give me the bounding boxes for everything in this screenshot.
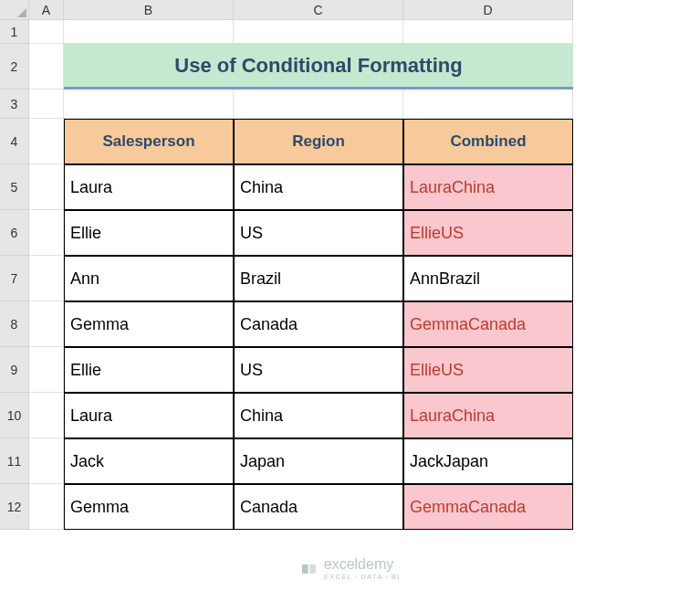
cell-a5[interactable] xyxy=(29,164,64,210)
cell-combined-7[interactable]: AnnBrazil xyxy=(403,256,573,301)
cell-a12[interactable] xyxy=(29,484,64,530)
title-cell[interactable]: Use of Conditional Formatting xyxy=(64,44,573,90)
cell-salesperson-10[interactable]: Laura xyxy=(64,393,234,438)
cell-salesperson-11[interactable]: Jack xyxy=(64,438,234,484)
select-all-corner[interactable] xyxy=(0,0,29,20)
row-header-2[interactable]: 2 xyxy=(0,44,29,90)
cell-b1[interactable] xyxy=(64,20,234,44)
cell-combined-8[interactable]: GemmaCanada xyxy=(403,301,573,347)
row-header-9[interactable]: 9 xyxy=(0,347,29,393)
cell-region-8[interactable]: Canada xyxy=(234,301,403,347)
row-header-7[interactable]: 7 xyxy=(0,256,29,301)
cell-salesperson-7[interactable]: Ann xyxy=(64,256,234,301)
row-header-1[interactable]: 1 xyxy=(0,20,29,44)
cell-region-5[interactable]: China xyxy=(234,164,403,210)
spreadsheet-grid: A B C D 1 2 Use of Conditional Formattin… xyxy=(0,0,700,530)
svg-rect-1 xyxy=(309,564,316,574)
header-region[interactable]: Region xyxy=(234,119,403,164)
cell-combined-9[interactable]: EllieUS xyxy=(403,347,573,393)
header-salesperson[interactable]: Salesperson xyxy=(64,119,234,164)
cell-salesperson-8[interactable]: Gemma xyxy=(64,301,234,347)
row-header-3[interactable]: 3 xyxy=(0,90,29,119)
watermark-subtext: EXCEL · DATA · BI xyxy=(324,573,401,581)
cell-b3[interactable] xyxy=(64,90,234,119)
col-header-d[interactable]: D xyxy=(403,0,573,20)
row-header-4[interactable]: 4 xyxy=(0,119,29,164)
watermark-text: exceldemy xyxy=(324,556,401,573)
col-header-c[interactable]: C xyxy=(234,0,403,20)
row-header-12[interactable]: 12 xyxy=(0,484,29,530)
cell-a11[interactable] xyxy=(29,438,64,484)
cell-d1[interactable] xyxy=(403,20,573,44)
cell-a9[interactable] xyxy=(29,347,64,393)
cell-d3[interactable] xyxy=(403,90,573,119)
cell-combined-6[interactable]: EllieUS xyxy=(403,210,573,256)
cell-region-7[interactable]: Brazil xyxy=(234,256,403,301)
cell-region-9[interactable]: US xyxy=(234,347,403,393)
cell-a10[interactable] xyxy=(29,393,64,438)
cell-c3[interactable] xyxy=(234,90,403,119)
row-header-5[interactable]: 5 xyxy=(0,164,29,210)
row-header-8[interactable]: 8 xyxy=(0,301,29,347)
cell-c1[interactable] xyxy=(234,20,403,44)
cell-combined-5[interactable]: LauraChina xyxy=(403,164,573,210)
cell-combined-10[interactable]: LauraChina xyxy=(403,393,573,438)
col-header-b[interactable]: B xyxy=(64,0,234,20)
cell-salesperson-9[interactable]: Ellie xyxy=(64,347,234,393)
cell-a7[interactable] xyxy=(29,256,64,301)
cell-a1[interactable] xyxy=(29,20,64,44)
watermark: exceldemy EXCEL · DATA · BI xyxy=(300,556,401,581)
cell-salesperson-5[interactable]: Laura xyxy=(64,164,234,210)
cell-a4[interactable] xyxy=(29,119,64,164)
cell-a8[interactable] xyxy=(29,301,64,347)
col-header-a[interactable]: A xyxy=(29,0,64,20)
row-header-6[interactable]: 6 xyxy=(0,210,29,256)
cell-region-11[interactable]: Japan xyxy=(234,438,403,484)
cell-region-10[interactable]: China xyxy=(234,393,403,438)
cell-combined-11[interactable]: JackJapan xyxy=(403,438,573,484)
cell-a3[interactable] xyxy=(29,90,64,119)
cell-salesperson-6[interactable]: Ellie xyxy=(64,210,234,256)
cell-region-12[interactable]: Canada xyxy=(234,484,403,530)
row-header-11[interactable]: 11 xyxy=(0,438,29,484)
svg-rect-0 xyxy=(301,564,308,574)
cell-a6[interactable] xyxy=(29,210,64,256)
header-combined[interactable]: Combined xyxy=(403,119,573,164)
cell-region-6[interactable]: US xyxy=(234,210,403,256)
row-header-10[interactable]: 10 xyxy=(0,393,29,438)
exceldemy-logo-icon xyxy=(300,560,319,578)
cell-combined-12[interactable]: GemmaCanada xyxy=(403,484,573,530)
cell-a2[interactable] xyxy=(29,44,64,90)
cell-salesperson-12[interactable]: Gemma xyxy=(64,484,234,530)
